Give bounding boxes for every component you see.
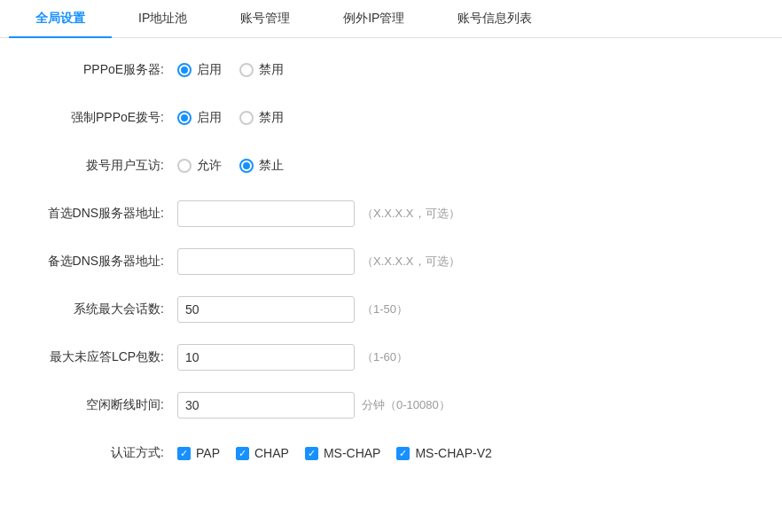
primary-dns-row: 首选DNS服务器地址: （X.X.X.X，可选） <box>27 200 755 228</box>
max-sessions-label: 系统最大会话数: <box>27 301 177 317</box>
force-pppoe-disable-option[interactable]: 禁用 <box>239 110 284 126</box>
auth-mschap-label: MS-CHAP <box>324 446 381 460</box>
auth-mschapv2-label: MS-CHAP-V2 <box>415 446 491 460</box>
auth-chap-checkbox[interactable] <box>236 447 249 460</box>
max-lcp-hint: （1-60） <box>362 349 408 365</box>
force-pppoe-enable-radio[interactable] <box>177 111 192 125</box>
tab-exception-ip[interactable]: 例外IP管理 <box>317 0 431 37</box>
idle-timeout-label: 空闲断线时间: <box>27 397 177 413</box>
auth-mschap-option[interactable]: MS-CHAP <box>305 446 381 460</box>
tab-global[interactable]: 全局设置 <box>9 0 112 37</box>
force-pppoe-radio-group: 启用 禁用 <box>177 110 284 126</box>
auth-pap-checkbox[interactable] <box>177 447 191 460</box>
dial-mutual-label: 拨号用户互访: <box>27 158 177 174</box>
pppoe-server-radio-group: 启用 禁用 <box>177 62 284 78</box>
secondary-dns-input[interactable] <box>177 248 355 275</box>
primary-dns-label: 首选DNS服务器地址: <box>27 206 177 222</box>
dial-mutual-forbid-label: 禁止 <box>259 158 284 174</box>
pppoe-server-enable-label: 启用 <box>197 62 222 78</box>
max-lcp-input[interactable] <box>177 344 355 371</box>
dial-mutual-forbid-option[interactable]: 禁止 <box>239 158 284 174</box>
dial-mutual-radio-group: 允许 禁止 <box>177 158 284 174</box>
max-sessions-hint: （1-50） <box>362 301 408 317</box>
tab-ip-pool[interactable]: IP地址池 <box>112 0 214 37</box>
tab-account-mgmt[interactable]: 账号管理 <box>214 0 317 37</box>
auth-mschapv2-option[interactable]: MS-CHAP-V2 <box>396 446 491 460</box>
pppoe-server-row: PPPoE服务器: 启用 禁用 <box>27 56 755 84</box>
dial-mutual-row: 拨号用户互访: 允许 禁止 <box>27 152 755 180</box>
auth-chap-option[interactable]: CHAP <box>236 446 289 460</box>
tab-navigation: 全局设置 IP地址池 账号管理 例外IP管理 账号信息列表 <box>0 0 782 38</box>
force-pppoe-row: 强制PPPoE拨号: 启用 禁用 <box>27 104 755 132</box>
max-sessions-input[interactable] <box>177 296 355 323</box>
dial-mutual-allow-label: 允许 <box>197 158 222 174</box>
auth-pap-label: PAP <box>196 446 220 460</box>
auth-method-checkbox-group: PAP CHAP MS-CHAP MS-CHAP-V2 <box>177 446 492 460</box>
pppoe-server-disable-label: 禁用 <box>259 62 284 78</box>
primary-dns-hint: （X.X.X.X，可选） <box>362 206 460 222</box>
main-content: PPPoE服务器: 启用 禁用 强制PPPoE拨号: 启用 禁用 <box>0 38 782 505</box>
idle-timeout-row: 空闲断线时间: 分钟（0-10080） <box>27 391 755 419</box>
dial-mutual-forbid-radio[interactable] <box>239 159 254 173</box>
secondary-dns-row: 备选DNS服务器地址: （X.X.X.X，可选） <box>27 247 755 276</box>
pppoe-server-disable-radio[interactable] <box>239 63 254 77</box>
max-lcp-label: 最大未应答LCP包数: <box>27 349 177 365</box>
force-pppoe-enable-option[interactable]: 启用 <box>177 110 222 126</box>
force-pppoe-label: 强制PPPoE拨号: <box>27 110 177 126</box>
force-pppoe-disable-radio[interactable] <box>239 111 254 125</box>
dial-mutual-allow-option[interactable]: 允许 <box>177 158 222 174</box>
secondary-dns-hint: （X.X.X.X，可选） <box>362 254 460 270</box>
pppoe-server-enable-option[interactable]: 启用 <box>177 62 222 78</box>
idle-timeout-input[interactable] <box>177 392 355 419</box>
force-pppoe-disable-label: 禁用 <box>259 110 284 126</box>
auth-method-row: 认证方式: PAP CHAP MS-CHAP MS-CHAP-V2 <box>27 439 755 467</box>
dial-mutual-allow-radio[interactable] <box>177 159 192 173</box>
auth-mschapv2-checkbox[interactable] <box>396 447 410 460</box>
auth-pap-option[interactable]: PAP <box>177 446 220 460</box>
auth-chap-label: CHAP <box>254 446 289 460</box>
max-sessions-row: 系统最大会话数: （1-50） <box>27 295 755 324</box>
secondary-dns-label: 备选DNS服务器地址: <box>27 254 177 270</box>
auth-mschap-checkbox[interactable] <box>305 447 318 460</box>
pppoe-server-label: PPPoE服务器: <box>27 62 177 78</box>
pppoe-server-disable-option[interactable]: 禁用 <box>239 62 284 78</box>
force-pppoe-enable-label: 启用 <box>197 110 222 126</box>
auth-method-label: 认证方式: <box>27 445 177 461</box>
tab-account-list[interactable]: 账号信息列表 <box>431 0 559 37</box>
pppoe-server-enable-radio[interactable] <box>177 63 192 77</box>
max-lcp-row: 最大未应答LCP包数: （1-60） <box>27 343 755 372</box>
idle-timeout-hint: 分钟（0-10080） <box>362 397 450 413</box>
primary-dns-input[interactable] <box>177 200 355 227</box>
